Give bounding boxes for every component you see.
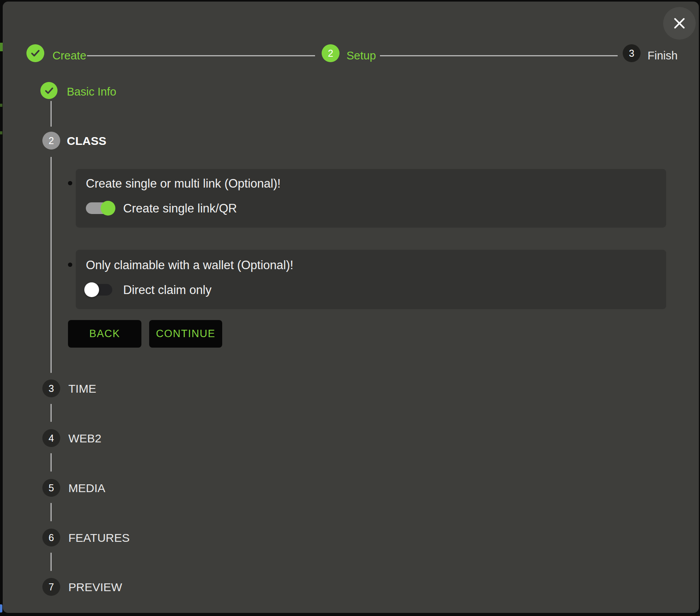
stepper-connector [380,55,618,56]
option-card-single-link: Create single or multi link (Optional)! … [76,169,666,228]
stepper-connector [87,55,315,56]
background-page-fragment [0,604,2,613]
substep-time-label[interactable]: TIME [68,382,96,396]
stepper-connector [50,404,52,422]
background-page-fragment [0,43,3,51]
background-page-fragment [0,104,2,107]
step-finish-label[interactable]: Finish [648,49,677,63]
toggle-knob [84,282,99,297]
close-button[interactable] [663,7,696,40]
stepper-connector [50,553,52,571]
substep-basic-info-icon[interactable] [40,82,57,99]
create-drop-dialog: Create 2 Setup 3 Finish Basic Info [3,2,699,613]
step-setup-icon[interactable]: 2 [322,44,340,62]
substep-features-icon[interactable]: 6 [42,529,60,546]
step-number: 5 [49,483,54,493]
check-icon [30,48,41,59]
step-number: 3 [629,49,634,58]
substep-features-label[interactable]: FEATURES [68,531,130,545]
substep-time-icon[interactable]: 3 [42,379,60,397]
substep-basic-info-label[interactable]: Basic Info [67,85,116,99]
bullet-icon [68,181,72,185]
toggle-label: Create single link/QR [123,202,237,216]
step-finish-icon[interactable]: 3 [623,44,641,62]
background-page-fragment [0,131,2,134]
stepper-connector [50,503,52,521]
single-link-toggle[interactable] [85,200,115,216]
option-title: Create single or multi link (Optional)! [86,177,280,191]
step-number: 4 [49,433,54,443]
substep-preview-icon[interactable]: 7 [42,578,60,596]
step-setup-label[interactable]: Setup [347,49,376,63]
stepper-connector [50,101,52,127]
substep-web2-label[interactable]: WEB2 [68,432,101,445]
substep-web2-icon[interactable]: 4 [42,429,60,447]
check-icon [44,85,54,96]
stepper-connector [50,453,52,472]
page: Create 2 Setup 3 Finish Basic Info [0,0,700,616]
back-button[interactable]: BACK [68,320,141,348]
substep-media-icon[interactable]: 5 [42,479,60,497]
step-number: 2 [328,49,333,58]
step-number: 2 [49,136,54,146]
step-create-label[interactable]: Create [52,49,86,63]
continue-button[interactable]: CONTINUE [149,320,222,348]
step-number: 3 [49,384,54,393]
substep-class-label[interactable]: CLASS [67,134,106,148]
toggle-knob [101,201,115,216]
direct-claim-toggle[interactable] [85,282,115,298]
step-number: 6 [49,533,54,543]
step-number: 7 [49,582,54,592]
stepper-connector [50,157,52,373]
substep-media-label[interactable]: MEDIA [68,481,105,495]
option-card-wallet-claim: Only claimable with a wallet (Optional)!… [76,250,666,309]
bullet-icon [68,263,72,267]
substep-preview-label[interactable]: PREVIEW [68,580,122,594]
option-title: Only claimable with a wallet (Optional)! [86,258,293,272]
close-icon [671,15,688,31]
substep-class-icon[interactable]: 2 [42,132,60,150]
toggle-label: Direct claim only [123,283,211,297]
step-create-icon[interactable] [26,44,44,62]
